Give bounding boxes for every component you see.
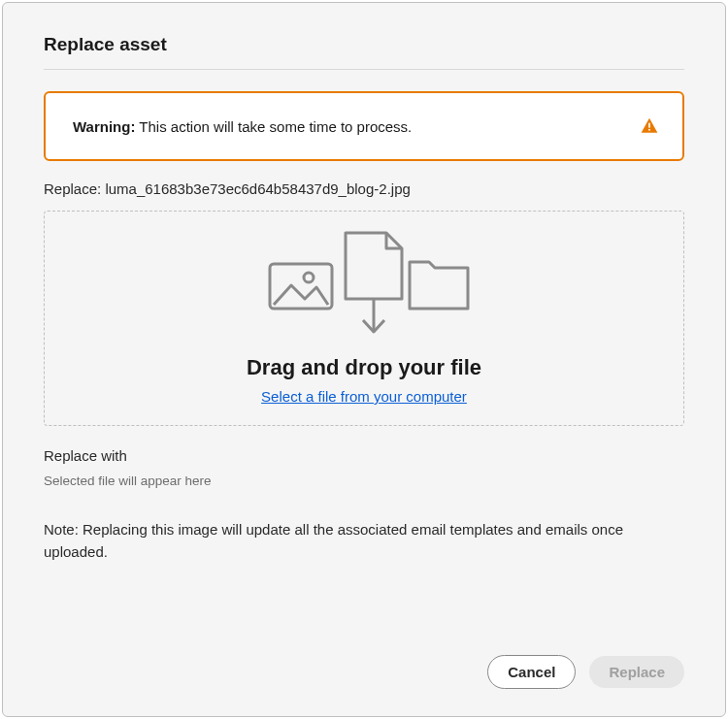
replace-label: Replace: xyxy=(44,180,101,197)
replace-asset-dialog: Replace asset Warning: This action will … xyxy=(2,2,726,717)
svg-point-3 xyxy=(304,273,314,282)
svg-rect-1 xyxy=(648,129,650,131)
svg-rect-0 xyxy=(648,123,650,128)
warning-message: This action will take some time to proce… xyxy=(139,118,412,135)
warning-box: Warning: This action will take some time… xyxy=(44,91,684,161)
replace-filename: luma_61683b3e73ec6d64b58437d9_blog-2.jpg xyxy=(105,180,410,197)
dialog-button-row: Cancel Replace xyxy=(487,655,684,689)
replace-with-label: Replace with xyxy=(44,447,684,464)
file-dropzone[interactable]: Drag and drop your file Select a file fr… xyxy=(44,211,684,426)
warning-prefix: Warning: xyxy=(73,118,135,135)
selected-file-placeholder: Selected file will appear here xyxy=(44,474,684,488)
replace-button[interactable]: Replace xyxy=(589,656,684,688)
warning-icon xyxy=(640,116,659,136)
dialog-title: Replace asset xyxy=(44,34,684,70)
select-file-link[interactable]: Select a file from your computer xyxy=(261,388,467,405)
cancel-button[interactable]: Cancel xyxy=(487,655,576,689)
svg-rect-2 xyxy=(270,264,332,309)
note-text: Note: Replacing this image will update a… xyxy=(44,519,684,563)
warning-text: Warning: This action will take some time… xyxy=(73,118,412,135)
dropzone-illustration-icon xyxy=(54,225,674,342)
replace-filename-line: Replace: luma_61683b3e73ec6d64b58437d9_b… xyxy=(44,180,684,197)
dropzone-title: Drag and drop your file xyxy=(54,355,674,380)
